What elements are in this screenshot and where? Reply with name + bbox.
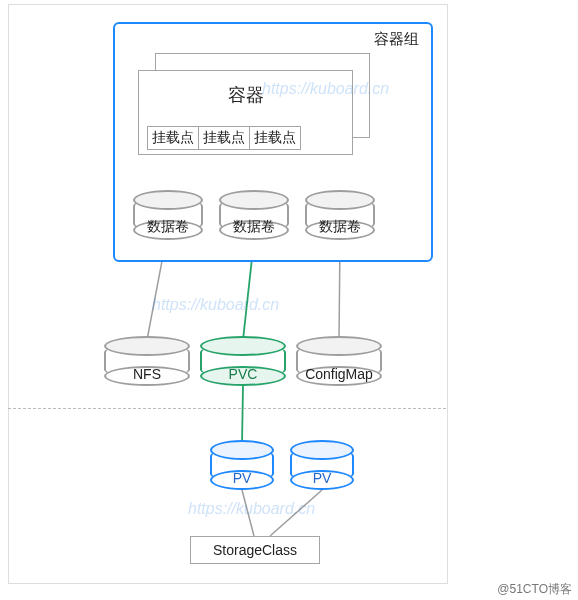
pvc-cylinder: PVC xyxy=(200,344,286,378)
nfs-label: NFS xyxy=(104,366,190,382)
attribution: @51CTO博客 xyxy=(497,581,572,598)
volume-cylinder: 数据卷 xyxy=(133,198,203,232)
storageclass-label: StorageClass xyxy=(213,542,297,558)
mount-points: 挂载点 挂载点 挂载点 xyxy=(147,126,301,150)
pvc-label: PVC xyxy=(200,366,286,382)
mount-point: 挂载点 xyxy=(198,126,250,150)
pv-label: PV xyxy=(290,470,354,486)
container-box: 容器 挂载点 挂载点 挂载点 xyxy=(138,70,353,155)
volume-label: 数据卷 xyxy=(133,218,203,236)
container-label: 容器 xyxy=(139,83,352,107)
scope-separator xyxy=(8,408,446,409)
mount-point: 挂载点 xyxy=(147,126,199,150)
pod-group-label: 容器组 xyxy=(374,30,419,49)
volume-label: 数据卷 xyxy=(219,218,289,236)
mount-point: 挂载点 xyxy=(249,126,301,150)
pv-label: PV xyxy=(210,470,274,486)
pv-cylinder: PV xyxy=(290,448,354,482)
storageclass-box: StorageClass xyxy=(190,536,320,564)
pv-cylinder: PV xyxy=(210,448,274,482)
configmap-cylinder: ConfigMap xyxy=(296,344,382,378)
configmap-label: ConfigMap xyxy=(296,366,382,382)
volume-label: 数据卷 xyxy=(305,218,375,236)
volume-cylinder: 数据卷 xyxy=(219,198,289,232)
nfs-cylinder: NFS xyxy=(104,344,190,378)
volume-cylinder: 数据卷 xyxy=(305,198,375,232)
